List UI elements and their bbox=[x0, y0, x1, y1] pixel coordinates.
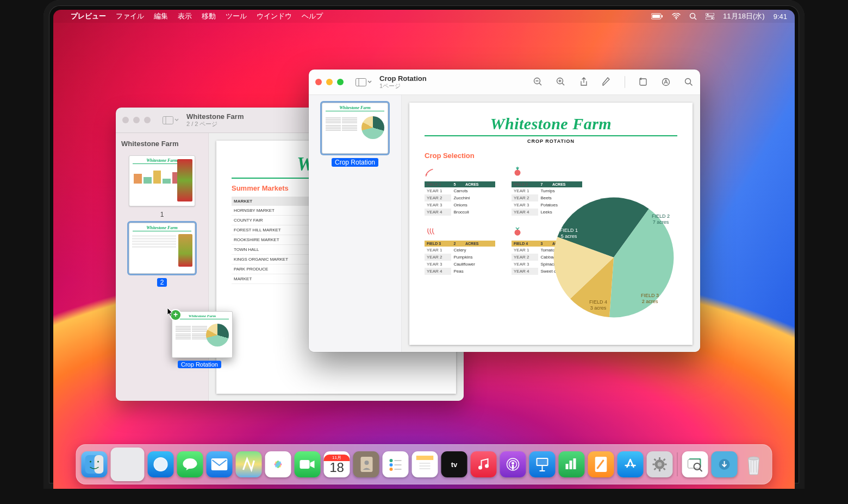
doc-subtitle: CROP ROTATION bbox=[425, 138, 677, 144]
svg-point-45 bbox=[390, 468, 393, 471]
svg-point-44 bbox=[390, 463, 393, 467]
thumbnail-label: 2 bbox=[157, 278, 167, 287]
markup-icon[interactable] bbox=[602, 77, 612, 87]
svg-rect-63 bbox=[570, 461, 572, 469]
dock-app-preview[interactable] bbox=[682, 451, 708, 477]
mini-tables bbox=[326, 117, 357, 131]
zoom-in-icon[interactable] bbox=[556, 77, 566, 87]
doc-title: Whitestone Farm bbox=[425, 115, 677, 133]
svg-point-8 bbox=[707, 14, 709, 15]
menubar: プレビュー ファイル 編集 表示 移動 ツール ウインドウ ヘルプ 11月18日… bbox=[53, 10, 795, 23]
thumbnail-sidebar[interactable]: Whitestone Farm Crop Rotation bbox=[309, 95, 402, 352]
menu-window[interactable]: ウインドウ bbox=[257, 11, 292, 21]
window-subtitle: 2 / 2 ページ bbox=[186, 121, 244, 127]
dock-app-facetime[interactable] bbox=[295, 451, 321, 477]
menu-go[interactable]: 移動 bbox=[202, 11, 216, 21]
battery-icon[interactable] bbox=[651, 13, 663, 20]
sidebar-toggle[interactable] bbox=[163, 116, 179, 124]
toolbar-separator bbox=[625, 76, 625, 88]
svg-rect-6 bbox=[706, 13, 714, 16]
mini-tables bbox=[176, 326, 207, 340]
menubar-date[interactable]: 11月18日(水) bbox=[723, 11, 765, 21]
dock-app-music[interactable] bbox=[471, 451, 497, 477]
dock-folder-downloads[interactable] bbox=[712, 451, 738, 477]
thumbnail-page-2[interactable]: Whitestone Farm bbox=[129, 223, 195, 274]
menu-view[interactable]: 表示 bbox=[178, 11, 192, 21]
dock-app-photos[interactable] bbox=[265, 451, 291, 477]
dock-app-launchpad[interactable] bbox=[111, 448, 145, 481]
zoom-out-icon[interactable] bbox=[533, 77, 543, 87]
dock-app-appstore[interactable] bbox=[618, 451, 644, 477]
dock-app-pages[interactable] bbox=[588, 451, 614, 477]
menu-file[interactable]: ファイル bbox=[116, 11, 144, 21]
menu-edit[interactable]: 編集 bbox=[154, 11, 168, 21]
share-icon[interactable] bbox=[579, 77, 589, 87]
dock-app-keynote[interactable] bbox=[529, 451, 556, 477]
dock-app-maps[interactable] bbox=[236, 451, 262, 477]
rotate-icon[interactable] bbox=[638, 77, 648, 87]
svg-rect-64 bbox=[573, 458, 576, 469]
svg-rect-40 bbox=[300, 460, 310, 469]
svg-line-74 bbox=[654, 468, 656, 470]
dock-trash[interactable] bbox=[741, 451, 767, 477]
svg-point-25 bbox=[515, 170, 521, 176]
dock-app-finder[interactable] bbox=[82, 451, 108, 477]
traffic-lights[interactable] bbox=[315, 79, 344, 85]
dock-app-reminders[interactable] bbox=[383, 451, 409, 477]
titlebar[interactable]: Crop Rotation 1ページ bbox=[309, 70, 700, 95]
window-subtitle: 1ページ bbox=[379, 83, 427, 89]
minimize-button[interactable] bbox=[326, 79, 333, 85]
svg-rect-28 bbox=[95, 455, 104, 474]
dock-app-tv[interactable]: tv bbox=[441, 451, 467, 477]
dock-app-system-preferences[interactable] bbox=[647, 451, 673, 477]
svg-rect-62 bbox=[566, 464, 569, 469]
dock-app-mail[interactable] bbox=[207, 451, 233, 477]
spotlight-icon[interactable] bbox=[689, 12, 697, 20]
acreage-pie-chart: FIELD 15 acres FIELD 27 acres FIELD 32 a… bbox=[551, 195, 676, 320]
field-table: FIELD 15ACRESYEAR 1CarrotsYEAR 2Zucchini… bbox=[425, 166, 495, 216]
minimize-button[interactable] bbox=[133, 117, 140, 123]
close-button[interactable] bbox=[122, 117, 129, 123]
app-menu[interactable]: プレビュー bbox=[71, 11, 106, 21]
svg-rect-7 bbox=[706, 17, 714, 20]
dock-app-numbers[interactable] bbox=[559, 451, 585, 477]
cursor-icon bbox=[167, 307, 174, 317]
zoom-button[interactable] bbox=[337, 79, 344, 85]
dock-divider bbox=[677, 452, 678, 476]
document-viewport[interactable]: Whitestone Farm CROP ROTATION Crop Selec… bbox=[402, 95, 700, 352]
svg-point-54 bbox=[485, 464, 489, 468]
window-title: Crop Rotation bbox=[379, 75, 427, 83]
sidebar-toggle[interactable] bbox=[356, 78, 372, 86]
menu-help[interactable]: ヘルプ bbox=[302, 11, 323, 21]
svg-line-75 bbox=[664, 459, 665, 461]
dock-app-calendar[interactable]: 11月18 bbox=[324, 451, 350, 477]
dock-app-safari[interactable] bbox=[148, 451, 174, 477]
menubar-time[interactable]: 9:41 bbox=[774, 12, 787, 21]
preview-window-front[interactable]: Crop Rotation 1ページ Whitestone Farm Crop … bbox=[309, 70, 700, 352]
zoom-button[interactable] bbox=[144, 117, 151, 123]
thumbnail-page-1[interactable]: Whitestone Farm bbox=[322, 103, 388, 154]
thumbnail-page-1[interactable]: Whitestone Farm bbox=[129, 155, 195, 206]
menu-tools[interactable]: ツール bbox=[226, 11, 247, 21]
calendar-day: 18 bbox=[329, 461, 344, 474]
pie-label-field1: FIELD 15 acres bbox=[560, 228, 578, 240]
highlight-icon[interactable] bbox=[661, 77, 671, 87]
dragged-thumbnail[interactable]: + Whitestone Farm Crop Rotation bbox=[172, 311, 233, 358]
svg-point-53 bbox=[478, 466, 482, 470]
traffic-lights[interactable] bbox=[122, 117, 151, 123]
dock-app-notes[interactable] bbox=[412, 451, 438, 477]
close-button[interactable] bbox=[315, 79, 322, 85]
laptop-bezel: プレビュー ファイル 編集 表示 移動 ツール ウインドウ ヘルプ 11月18日… bbox=[43, 0, 805, 489]
search-icon[interactable] bbox=[684, 77, 694, 87]
sidebar-doc-title: Whitestone Farm bbox=[121, 140, 178, 148]
dock-app-messages[interactable] bbox=[177, 451, 203, 477]
dock[interactable]: 11月18 tv bbox=[76, 444, 772, 484]
dock-app-podcasts[interactable] bbox=[500, 451, 526, 477]
svg-point-26 bbox=[515, 230, 521, 236]
svg-line-73 bbox=[664, 468, 665, 470]
dock-app-contacts[interactable] bbox=[353, 451, 379, 477]
vegetable-icon bbox=[512, 166, 523, 178]
wifi-icon[interactable] bbox=[672, 13, 681, 20]
control-center-icon[interactable] bbox=[706, 13, 714, 20]
svg-rect-59 bbox=[538, 459, 547, 465]
